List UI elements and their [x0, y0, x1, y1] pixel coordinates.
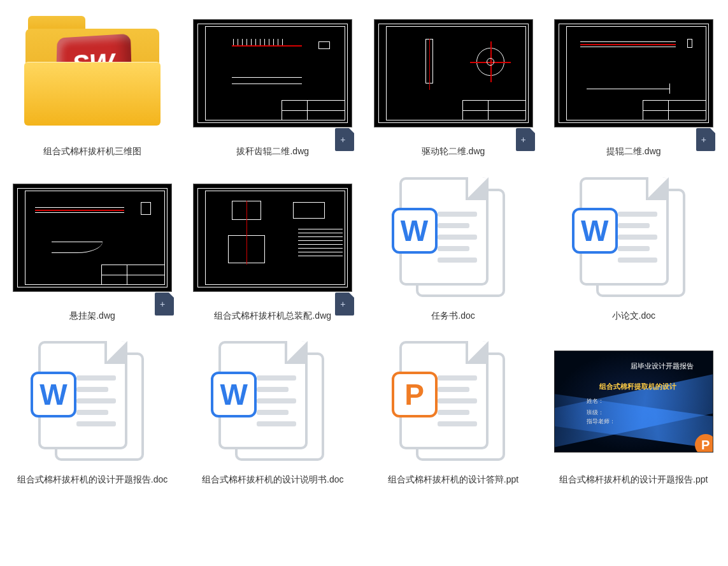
file-label: 组合式棉杆拔杆机的设计开题报告.doc: [17, 474, 168, 486]
file-item-ppt[interactable]: P 组合式棉杆拔杆机的设计答辩.ppt: [368, 335, 539, 486]
dwg-thumbnail: [554, 6, 713, 140]
dwg-badge-icon: [696, 128, 715, 151]
doc-thumbnail: W: [374, 171, 533, 305]
dwg-thumbnail: [193, 6, 352, 140]
file-label: 悬挂架.dwg: [69, 310, 115, 323]
dwg-thumbnail: [193, 171, 352, 305]
ppt-thumbnail: P: [374, 335, 533, 468]
file-item-doc[interactable]: W 组合式棉杆拔杆机的设计说明书.doc: [187, 335, 359, 486]
powerpoint-badge-icon: P: [695, 434, 713, 453]
file-item-dwg[interactable]: 拔秆齿辊二维.dwg: [187, 6, 359, 158]
dwg-thumbnail: [13, 171, 172, 305]
file-label: 组合式棉杆拔杆机三维图: [43, 145, 141, 158]
file-label: 组合式棉杆拔杆机的设计答辩.ppt: [388, 474, 518, 486]
doc-thumbnail: W: [13, 335, 172, 468]
file-item-dwg[interactable]: 驱动轮二维.dwg: [368, 6, 539, 158]
file-label: 拔秆齿辊二维.dwg: [236, 145, 309, 158]
slide-title: 届毕业设计开题报告: [631, 361, 694, 371]
slide-line: 指导老师：: [587, 417, 615, 426]
file-item-folder[interactable]: SW 组合式棉杆拔杆机三维图: [6, 6, 178, 158]
ppt-slide-thumbnail: 届毕业设计开题报告 组合式棉秆提取机的设计 姓名： 班级： 指导老师： P: [554, 335, 713, 468]
file-label: 任务书.doc: [431, 310, 475, 323]
file-label: 提辊二维.dwg: [606, 145, 661, 158]
dwg-badge-icon: [516, 128, 535, 151]
file-item-doc[interactable]: W 任务书.doc: [368, 171, 539, 323]
file-item-dwg[interactable]: 悬挂架.dwg: [6, 171, 178, 323]
doc-thumbnail: W: [193, 335, 352, 468]
file-item-dwg[interactable]: 提辊二维.dwg: [548, 6, 720, 158]
dwg-badge-icon: [155, 293, 174, 316]
dwg-badge-icon: [335, 128, 354, 151]
file-label: 驱动轮二维.dwg: [422, 145, 485, 158]
word-icon: W: [211, 372, 257, 417]
file-item-doc[interactable]: W 小论文.doc: [548, 171, 720, 323]
folder-thumbnail: SW: [13, 6, 172, 140]
file-label: 组合式棉杆拔杆机的设计开题报告.ppt: [559, 474, 708, 486]
slide-line: 班级：: [587, 409, 604, 417]
file-label: 小论文.doc: [612, 310, 655, 323]
word-icon: W: [31, 372, 76, 417]
file-label: 组合式棉杆拔杆机总装配.dwg: [214, 310, 331, 323]
dwg-badge-icon: [335, 293, 354, 316]
doc-thumbnail: W: [554, 171, 713, 305]
slide-subtitle: 组合式棉秆提取机的设计: [599, 382, 676, 391]
file-label: 组合式棉杆拔杆机的设计说明书.doc: [202, 474, 343, 486]
dwg-thumbnail: [374, 6, 533, 140]
file-item-ppt-slide[interactable]: 届毕业设计开题报告 组合式棉秆提取机的设计 姓名： 班级： 指导老师： P 组合…: [548, 335, 720, 486]
file-item-dwg[interactable]: 组合式棉杆拔杆机总装配.dwg: [187, 171, 359, 323]
file-grid: SW 组合式棉杆拔杆机三维图 拔秆齿辊二维.dwg: [6, 6, 722, 486]
file-item-doc[interactable]: W 组合式棉杆拔杆机的设计开题报告.doc: [6, 335, 178, 486]
word-icon: W: [392, 208, 438, 254]
slide-line: 姓名：: [587, 397, 604, 405]
word-icon: W: [572, 208, 618, 254]
powerpoint-icon: P: [392, 372, 438, 417]
